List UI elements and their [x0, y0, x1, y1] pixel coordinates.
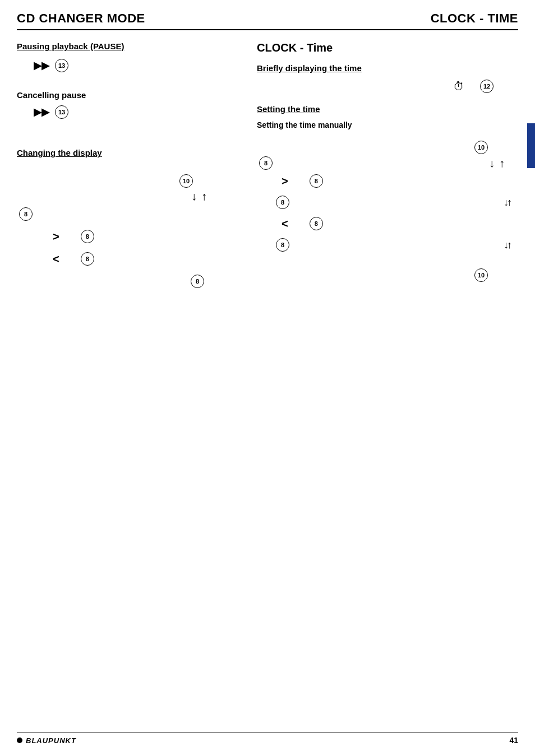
page-number: 41 [509, 736, 518, 745]
brand-name: BLAUPUNKT [26, 736, 76, 745]
briefly-displaying-heading: Briefly displaying the time [257, 63, 518, 73]
section-setting-time: Setting the time Setting the time manual… [257, 104, 518, 282]
setting-time-heading: Setting the time [257, 104, 518, 114]
brand-container: BLAUPUNKT [17, 736, 76, 745]
section-pausing-playback: Pausing playback (PAUSE) ▶▶ 13 [17, 41, 240, 73]
section-briefly-displaying: Briefly displaying the time ⏱ 12 [257, 63, 518, 93]
forward-arrow-cancel-icon: ▶▶ [34, 106, 49, 118]
badge-12-clock: 12 [480, 80, 494, 93]
badge-8-lt-display: 8 [81, 252, 94, 266]
badge-13-cancel: 13 [55, 105, 68, 119]
gt-time-symbol: > [282, 175, 288, 188]
header-left-title: CD CHANGER MODE [17, 11, 145, 26]
blue-tab-decoration [527, 123, 535, 168]
badge-10-time-bottom: 10 [474, 268, 488, 282]
badge-8-mid-time: 8 [276, 196, 289, 209]
lt-time-symbol: < [282, 217, 288, 230]
down-arrow-display: ↓ [191, 190, 197, 203]
section-cancelling-pause: Cancelling pause ▶▶ 13 [17, 90, 240, 120]
badge-8-bottom-display: 8 [191, 275, 204, 288]
badge-8-bot-time: 8 [276, 238, 289, 252]
brand-dot [17, 738, 22, 743]
pause-instr-row: ▶▶ 13 [17, 58, 240, 73]
lt-symbol-display: < [53, 253, 59, 266]
section-changing-display: Changing the display 10 ↓ ↑ 8 > [17, 148, 240, 288]
badge-8-gt-time: 8 [310, 174, 323, 188]
badge-8-left-display: 8 [19, 207, 33, 221]
gt-symbol-display: > [53, 230, 59, 243]
header: CD CHANGER MODE CLOCK - TIME [17, 11, 518, 30]
changing-display-heading: Changing the display [17, 148, 240, 157]
footer: BLAUPUNKT 41 [17, 732, 518, 745]
setting-time-manually-label: Setting the time manually [257, 120, 518, 129]
badge-10-display: 10 [179, 174, 193, 188]
forward-arrow-icon: ▶▶ [34, 59, 49, 72]
pausing-playback-heading: Pausing playback (PAUSE) [17, 41, 240, 51]
down-arrow-time: ↓ [489, 157, 495, 170]
badge-8-time-left: 8 [259, 156, 273, 170]
badge-8-lt-time: 8 [310, 217, 323, 230]
right-column: CLOCK - Time Briefly displaying the time… [251, 41, 518, 288]
content-columns: Pausing playback (PAUSE) ▶▶ 13 Cancellin… [17, 41, 518, 288]
clock-icon: ⏱ [453, 80, 464, 93]
down-arrow-time2: ↓↑ [504, 197, 510, 208]
up-arrow-display: ↑ [201, 190, 207, 203]
left-column: Pausing playback (PAUSE) ▶▶ 13 Cancellin… [17, 41, 251, 288]
badge-13-pause: 13 [55, 59, 68, 72]
clock-time-main-heading: CLOCK - Time [257, 41, 518, 54]
header-right-title: CLOCK - TIME [431, 11, 518, 26]
badge-10-time: 10 [474, 141, 488, 154]
cancel-pause-row: ▶▶ 13 [17, 104, 240, 120]
badge-8-right-display: 8 [81, 230, 94, 243]
down-arrow-time3: ↓↑ [504, 239, 510, 251]
page: CD CHANGER MODE CLOCK - TIME Pausing pla… [0, 0, 535, 756]
cancelling-pause-heading: Cancelling pause [17, 90, 240, 100]
up-arrow-time: ↑ [499, 157, 505, 170]
